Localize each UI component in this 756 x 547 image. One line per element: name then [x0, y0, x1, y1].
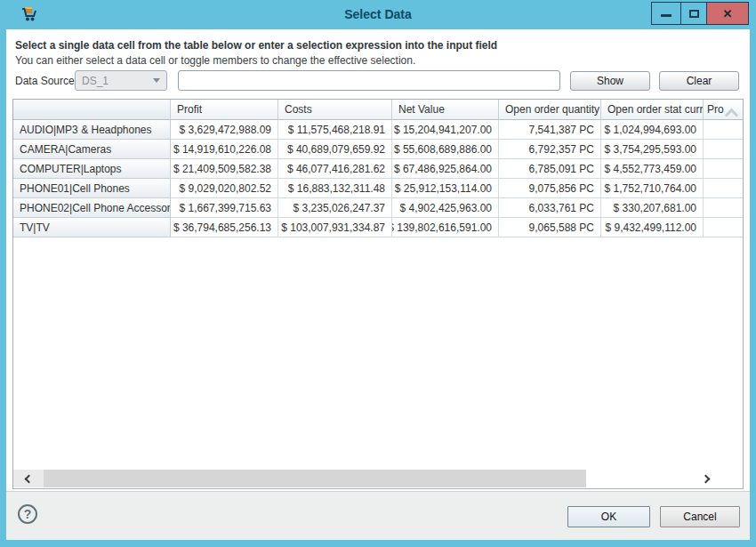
data-source-dropdown[interactable]: DS_1: [75, 70, 167, 91]
header-profit[interactable]: Profit: [171, 100, 278, 120]
cell-open-order-stat-curr[interactable]: $ 4,552,773,459.00: [601, 159, 704, 179]
table-row: CAMERA|Cameras $ 14,919,610,226.08 $ 40,…: [13, 140, 743, 159]
cell-truncated[interactable]: [704, 159, 743, 179]
cell-net-value[interactable]: $ 67,486,925,864.00: [392, 159, 499, 179]
cell-open-order-stat-curr[interactable]: $ 3,754,295,593.00: [601, 140, 704, 159]
close-icon: ✕: [723, 8, 733, 20]
cell-costs[interactable]: $ 11,575,468,218.91: [278, 120, 392, 140]
maximize-icon: [689, 10, 699, 18]
scroll-right-icon: [701, 474, 710, 483]
cell-net-value[interactable]: $ 15,204,941,207.00: [392, 120, 499, 140]
table-row: AUDIO|MP3 & Headphones $ 3,629,472,988.0…: [13, 120, 743, 140]
scroll-left-icon: [24, 474, 33, 483]
scroll-right-button[interactable]: [695, 470, 716, 487]
selection-expression-input[interactable]: [178, 70, 560, 91]
cell-open-order-quantity[interactable]: 6,033,761 PC: [499, 198, 601, 218]
header-open-order-quantity[interactable]: Open order quantity: [499, 100, 601, 120]
cell-open-order-stat-curr[interactable]: $ 1,024,994,693.00: [601, 120, 704, 140]
table-row: COMPUTER|Laptops $ 21,409,509,582.38 $ 4…: [13, 159, 743, 179]
cell-net-value[interactable]: $ 4,902,425,963.00: [392, 198, 499, 218]
chevron-down-icon: [153, 78, 160, 83]
cell-costs[interactable]: $ 40,689,079,659.92: [278, 140, 392, 159]
cell-truncated[interactable]: [704, 198, 743, 218]
cell-net-value[interactable]: $ 139,802,616,591.00: [392, 218, 499, 237]
question-mark-icon: ?: [24, 507, 32, 521]
row-label[interactable]: PHONE01|Cell Phones: [13, 179, 171, 198]
horizontal-scrollbar[interactable]: [13, 470, 743, 488]
row-label[interactable]: CAMERA|Cameras: [13, 140, 171, 159]
header-net-value[interactable]: Net Value: [392, 100, 499, 120]
scroll-left-button[interactable]: [13, 470, 44, 487]
cell-costs[interactable]: $ 16,883,132,311.48: [278, 179, 392, 198]
cell-profit[interactable]: $ 1,667,399,715.63: [171, 198, 278, 218]
header-open-order-stat-curr[interactable]: Open order stat curr: [601, 100, 704, 120]
maximize-button[interactable]: [680, 2, 707, 25]
cancel-button[interactable]: Cancel: [660, 506, 740, 527]
table-row: PHONE01|Cell Phones $ 9,029,020,802.52 $…: [13, 179, 743, 198]
cell-costs[interactable]: $ 46,077,416,281.62: [278, 159, 392, 179]
show-button[interactable]: Show: [570, 71, 650, 91]
data-table: Profit Costs Net Value Open order quanti…: [12, 99, 744, 489]
cell-profit[interactable]: $ 36,794,685,256.13: [171, 218, 278, 237]
cell-open-order-quantity[interactable]: 9,075,856 PC: [499, 179, 601, 198]
clear-button[interactable]: Clear: [659, 71, 739, 91]
table-row: TV|TV $ 36,794,685,256.13 $ 103,007,931,…: [13, 218, 743, 237]
cell-truncated[interactable]: [704, 120, 743, 140]
cell-truncated[interactable]: [704, 179, 743, 198]
select-data-dialog: Select Data ✕ Select a single data cell …: [0, 0, 756, 547]
scrollbar-thumb[interactable]: [44, 470, 586, 487]
table-row: PHONE02|Cell Phone Accessories $ 1,667,3…: [13, 198, 743, 218]
minimize-button[interactable]: [651, 2, 681, 25]
header-truncated[interactable]: Pro: [704, 100, 743, 120]
cell-open-order-quantity[interactable]: 9,065,588 PC: [499, 218, 601, 237]
cell-net-value[interactable]: $ 55,608,689,886.00: [392, 140, 499, 159]
cell-open-order-quantity[interactable]: 6,792,357 PC: [499, 140, 601, 159]
header-corner: [13, 100, 171, 120]
cell-profit[interactable]: $ 14,919,610,226.08: [171, 140, 278, 159]
cell-truncated[interactable]: [704, 140, 743, 159]
cell-open-order-stat-curr[interactable]: $ 1,752,710,764.00: [601, 179, 704, 198]
data-source-label: Data Source:: [15, 75, 77, 87]
dialog-footer: ? OK Cancel: [6, 491, 750, 540]
window-controls: ✕: [651, 2, 749, 25]
table-header-row: Profit Costs Net Value Open order quanti…: [13, 100, 743, 120]
data-source-value: DS_1: [82, 75, 109, 87]
cell-costs[interactable]: $ 103,007,931,334.87: [278, 218, 392, 237]
cell-open-order-stat-curr[interactable]: $ 330,207,681.00: [601, 198, 704, 218]
cell-open-order-quantity[interactable]: 6,785,091 PC: [499, 159, 601, 179]
cell-net-value[interactable]: $ 25,912,153,114.00: [392, 179, 499, 198]
cell-open-order-stat-curr[interactable]: $ 9,432,499,112.00: [601, 218, 704, 237]
instruction-primary: Select a single data cell from the table…: [15, 39, 497, 52]
row-label[interactable]: AUDIO|MP3 & Headphones: [13, 120, 171, 140]
row-label[interactable]: PHONE02|Cell Phone Accessories: [13, 198, 171, 218]
row-label[interactable]: COMPUTER|Laptops: [13, 159, 171, 179]
cell-profit[interactable]: $ 9,029,020,802.52: [171, 179, 278, 198]
instruction-secondary: You can either select a data cell or tog…: [15, 54, 415, 67]
ok-button[interactable]: OK: [567, 506, 650, 527]
cell-truncated[interactable]: [704, 218, 743, 237]
minimize-icon: [661, 14, 672, 17]
cell-profit[interactable]: $ 3,629,472,988.09: [171, 120, 278, 140]
cell-costs[interactable]: $ 3,235,026,247.37: [278, 198, 392, 218]
cell-open-order-quantity[interactable]: 7,541,387 PC: [499, 120, 601, 140]
dialog-content: Select a single data cell from the table…: [6, 29, 750, 491]
cell-profit[interactable]: $ 21,409,509,582.38: [171, 159, 278, 179]
dialog-title: Select Data: [0, 7, 756, 21]
titlebar: Select Data ✕: [0, 0, 756, 29]
row-label[interactable]: TV|TV: [13, 218, 171, 237]
help-button[interactable]: ?: [18, 504, 37, 524]
header-costs[interactable]: Costs: [278, 100, 392, 120]
close-button[interactable]: ✕: [706, 2, 749, 25]
